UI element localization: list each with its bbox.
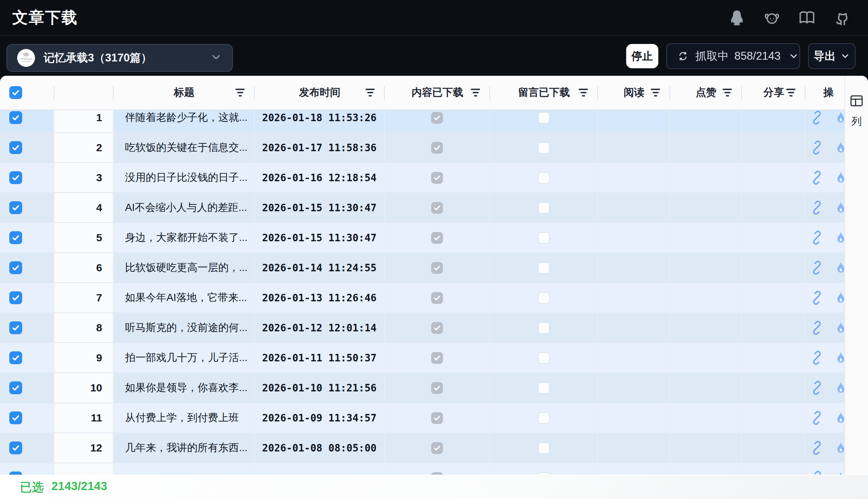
stop-button[interactable]: 停止 bbox=[626, 44, 658, 68]
content-downloaded-checkbox[interactable] bbox=[431, 412, 443, 424]
chevron-down-icon bbox=[840, 51, 850, 61]
row-title[interactable]: 听马斯克的，没前途的何... bbox=[114, 313, 255, 343]
comments-downloaded-checkbox[interactable] bbox=[538, 292, 550, 304]
row-title[interactable]: 拍一部戏几十万，儿子活... bbox=[114, 343, 255, 373]
copy-link-icon[interactable] bbox=[810, 471, 824, 475]
copy-link-icon[interactable] bbox=[810, 261, 824, 275]
content-downloaded-checkbox[interactable] bbox=[431, 232, 443, 244]
row-title[interactable]: 伴随着老龄少子化，这就... bbox=[114, 110, 255, 133]
row-index: 8 bbox=[54, 313, 114, 343]
row-comments-downloaded-cell bbox=[490, 133, 598, 163]
comments-downloaded-checkbox[interactable] bbox=[538, 232, 550, 244]
articles-table: 标题 发布时间 内容已下载 留言已下载 阅读 bbox=[0, 76, 868, 475]
select-all-checkbox[interactable] bbox=[9, 86, 22, 99]
comments-downloaded-checkbox[interactable] bbox=[538, 442, 550, 454]
row-checkbox[interactable] bbox=[9, 441, 22, 454]
row-checkbox[interactable] bbox=[9, 231, 22, 244]
row-checkbox[interactable] bbox=[9, 141, 22, 154]
account-dropdown[interactable]: 记忆承载3（3170篇） bbox=[6, 44, 233, 72]
row-title[interactable]: 比软饭硬吃更高一层的，... bbox=[114, 253, 255, 283]
dog-icon[interactable] bbox=[763, 9, 781, 27]
row-checkbox[interactable] bbox=[9, 321, 22, 334]
row-index: 7 bbox=[54, 283, 114, 313]
copy-link-icon[interactable] bbox=[810, 110, 824, 125]
export-button[interactable]: 导出 bbox=[808, 43, 855, 69]
content-downloaded-checkbox[interactable] bbox=[431, 172, 443, 184]
row-reads-cell bbox=[598, 110, 670, 133]
row-comments-downloaded-cell bbox=[490, 283, 598, 313]
shares-column-header: 分享 bbox=[742, 76, 805, 109]
content-downloaded-checkbox[interactable] bbox=[431, 292, 443, 304]
copy-link-icon[interactable] bbox=[810, 411, 824, 425]
row-title[interactable]: 几年来，我讲的所有东西... bbox=[114, 433, 255, 463]
comments-downloaded-checkbox[interactable] bbox=[538, 202, 550, 214]
row-title[interactable]: AI不会缩小人与人的差距... bbox=[114, 193, 255, 223]
comments-downloaded-checkbox[interactable] bbox=[538, 352, 550, 364]
row-checkbox[interactable] bbox=[9, 201, 22, 214]
copy-link-icon[interactable] bbox=[810, 321, 824, 335]
fetch-status-button[interactable]: 抓取中 858/2143 bbox=[666, 43, 800, 69]
content-downloaded-checkbox[interactable] bbox=[431, 112, 443, 124]
filter-icon[interactable] bbox=[470, 88, 481, 97]
comments-downloaded-checkbox[interactable] bbox=[538, 322, 550, 334]
filter-icon[interactable] bbox=[785, 88, 796, 97]
content-downloaded-checkbox[interactable] bbox=[431, 352, 443, 364]
comments-downloaded-checkbox[interactable] bbox=[538, 472, 550, 475]
copy-link-icon[interactable] bbox=[810, 201, 824, 215]
comments-downloaded-checkbox[interactable] bbox=[538, 112, 550, 124]
content-downloaded-checkbox[interactable] bbox=[431, 142, 443, 154]
table-header-row: 标题 发布时间 内容已下载 留言已下载 阅读 bbox=[0, 76, 868, 110]
filter-icon[interactable] bbox=[365, 88, 375, 97]
fetch-status-label: 抓取中 bbox=[695, 49, 729, 64]
copy-link-icon[interactable] bbox=[810, 140, 824, 155]
copy-link-icon[interactable] bbox=[810, 381, 824, 395]
row-title[interactable]: 身边，大家都开始不装了... bbox=[114, 223, 255, 253]
comments-downloaded-checkbox[interactable] bbox=[538, 142, 550, 154]
content-downloaded-checkbox[interactable] bbox=[431, 322, 443, 334]
row-shares-cell bbox=[742, 343, 805, 373]
row-likes-cell bbox=[670, 193, 742, 223]
copy-link-icon[interactable] bbox=[810, 291, 824, 305]
table-columns-icon[interactable] bbox=[849, 93, 864, 109]
content-downloaded-checkbox[interactable] bbox=[431, 472, 443, 475]
filter-icon[interactable] bbox=[578, 88, 589, 97]
qq-penguin-icon[interactable] bbox=[728, 9, 746, 27]
row-comments-downloaded-cell bbox=[490, 223, 598, 253]
row-checkbox[interactable] bbox=[9, 111, 22, 124]
filter-icon[interactable] bbox=[722, 88, 733, 97]
row-title[interactable]: 从付费上学，到付费上班 bbox=[114, 403, 255, 433]
book-icon[interactable] bbox=[798, 9, 816, 27]
content-downloaded-checkbox[interactable] bbox=[431, 382, 443, 394]
comments-downloaded-checkbox[interactable] bbox=[538, 412, 550, 424]
column-panel-label[interactable]: 列 bbox=[852, 114, 862, 129]
row-select-cell bbox=[0, 313, 54, 343]
row-checkbox[interactable] bbox=[9, 351, 22, 364]
content-downloaded-checkbox[interactable] bbox=[431, 262, 443, 274]
row-checkbox[interactable] bbox=[9, 471, 22, 475]
row-title[interactable] bbox=[114, 463, 255, 475]
row-checkbox[interactable] bbox=[9, 171, 22, 184]
row-checkbox[interactable] bbox=[9, 291, 22, 304]
row-checkbox[interactable] bbox=[9, 411, 22, 424]
github-icon[interactable] bbox=[833, 9, 851, 27]
row-checkbox[interactable] bbox=[9, 261, 22, 274]
copy-link-icon[interactable] bbox=[810, 351, 824, 365]
row-comments-downloaded-cell bbox=[490, 463, 598, 475]
filter-icon[interactable] bbox=[650, 88, 661, 97]
filter-icon[interactable] bbox=[235, 88, 245, 97]
content-downloaded-checkbox[interactable] bbox=[431, 442, 443, 454]
copy-link-icon[interactable] bbox=[810, 441, 824, 455]
row-likes-cell bbox=[670, 403, 742, 433]
row-likes-cell bbox=[670, 110, 742, 133]
copy-link-icon[interactable] bbox=[810, 171, 824, 185]
row-title[interactable]: 吃软饭的关键在于信息交... bbox=[114, 133, 255, 163]
row-checkbox[interactable] bbox=[9, 381, 22, 394]
comments-downloaded-checkbox[interactable] bbox=[538, 172, 550, 184]
content-downloaded-checkbox[interactable] bbox=[431, 202, 443, 214]
row-title[interactable]: 如果今年AI落地，它带来... bbox=[114, 283, 255, 313]
row-title[interactable]: 没用的日子比没钱的日子... bbox=[114, 163, 255, 193]
comments-downloaded-checkbox[interactable] bbox=[538, 262, 550, 274]
comments-downloaded-checkbox[interactable] bbox=[538, 382, 550, 394]
row-title[interactable]: 如果你是领导，你喜欢李... bbox=[114, 373, 255, 403]
copy-link-icon[interactable] bbox=[810, 231, 824, 245]
